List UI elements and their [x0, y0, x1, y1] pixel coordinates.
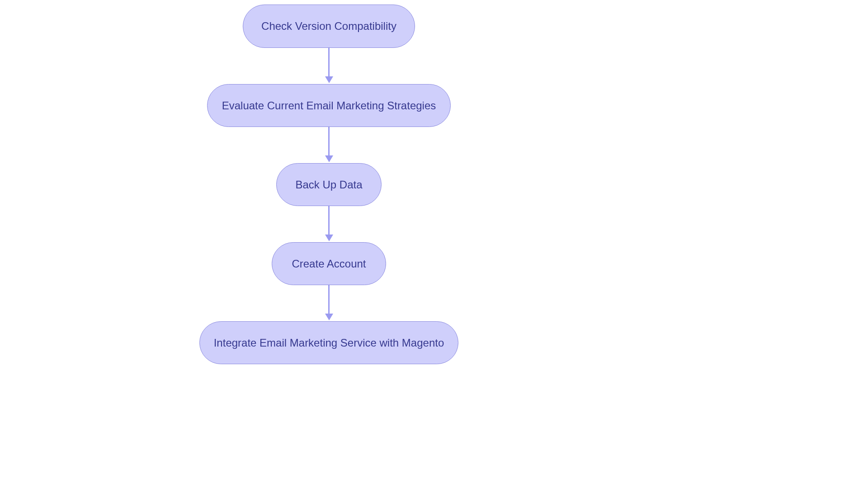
- flow-node-check-version: Check Version Compatibility: [243, 5, 415, 48]
- arrow-down-icon: [325, 155, 333, 162]
- node-label: Check Version Compatibility: [261, 20, 396, 33]
- flow-connector: [328, 285, 330, 314]
- flow-node-backup-data: Back Up Data: [276, 163, 382, 206]
- arrow-down-icon: [325, 314, 333, 320]
- flow-node-create-account: Create Account: [272, 242, 386, 285]
- arrow-down-icon: [325, 76, 333, 83]
- flow-node-evaluate-strategies: Evaluate Current Email Marketing Strateg…: [207, 84, 451, 127]
- flow-node-integrate-service: Integrate Email Marketing Service with M…: [199, 321, 458, 364]
- flowchart-canvas: Check Version Compatibility Evaluate Cur…: [0, 0, 868, 488]
- arrow-down-icon: [325, 235, 333, 241]
- node-label: Integrate Email Marketing Service with M…: [214, 337, 444, 349]
- node-label: Back Up Data: [295, 178, 362, 191]
- flow-connector: [328, 127, 330, 156]
- flow-connector: [328, 48, 330, 77]
- node-label: Evaluate Current Email Marketing Strateg…: [222, 99, 436, 112]
- flow-connector: [328, 206, 330, 235]
- node-label: Create Account: [292, 258, 366, 270]
